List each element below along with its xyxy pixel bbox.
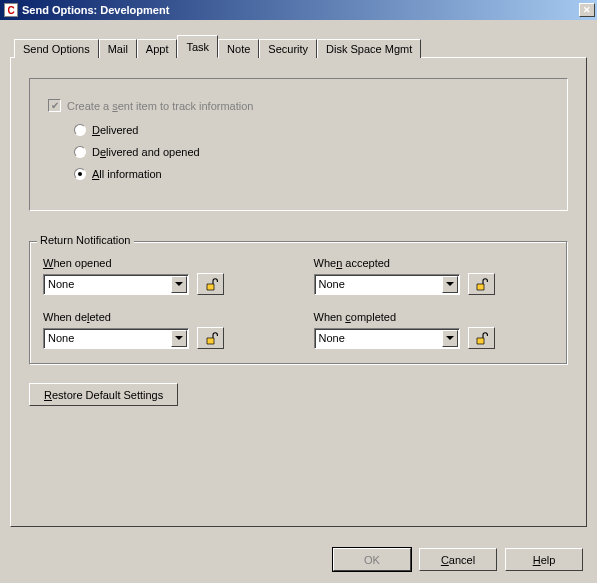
chevron-down-icon[interactable] [171, 330, 187, 347]
tab-appt[interactable]: Appt [137, 39, 178, 58]
cancel-button[interactable]: Cancel [419, 548, 497, 571]
when-accepted-label: When accepted [314, 257, 555, 269]
when-opened-label: When opened [43, 257, 284, 269]
create-sent-item-checkbox: ✔ [48, 99, 61, 112]
dialog-footer: OK Cancel Help [333, 548, 583, 571]
when-completed-lock-button[interactable] [468, 327, 495, 349]
return-notification-group: Return Notification When opened None [29, 235, 568, 365]
app-icon: C [4, 3, 18, 17]
chevron-down-icon[interactable] [442, 330, 458, 347]
tab-task[interactable]: Task [177, 35, 218, 58]
tabbar: Send Options Mail Appt Task Note Securit… [14, 34, 587, 57]
radio-delivered-opened-row[interactable]: Delivered and opened [74, 146, 549, 158]
when-opened-lock-button[interactable] [197, 273, 224, 295]
field-when-completed: When completed None [314, 311, 555, 349]
create-sent-item-checkbox-row: ✔ Create a sent item to track informatio… [48, 99, 549, 112]
radio-delivered-row[interactable]: Delivered [74, 124, 549, 136]
tab-panel: ✔ Create a sent item to track informatio… [10, 57, 587, 527]
radio-delivered-opened[interactable] [74, 146, 86, 158]
when-deleted-label: When deleted [43, 311, 284, 323]
restore-defaults-button[interactable]: Restore Default Settings [29, 383, 178, 406]
when-completed-dropdown[interactable]: None [314, 328, 460, 349]
close-button[interactable]: ✕ [579, 3, 595, 17]
radio-all-info-label: All information [92, 168, 162, 180]
chevron-down-icon[interactable] [442, 276, 458, 293]
when-completed-label: When completed [314, 311, 555, 323]
tab-disk-space[interactable]: Disk Space Mgmt [317, 39, 421, 58]
radio-delivered-label: Delivered [92, 124, 138, 136]
unlock-icon [474, 331, 488, 345]
tab-note[interactable]: Note [218, 39, 259, 58]
radio-delivered-opened-label: Delivered and opened [92, 146, 200, 158]
tab-send-options[interactable]: Send Options [14, 39, 99, 58]
tab-security[interactable]: Security [259, 39, 317, 58]
help-button[interactable]: Help [505, 548, 583, 571]
unlock-icon [204, 277, 218, 291]
unlock-icon [474, 277, 488, 291]
field-when-accepted: When accepted None [314, 257, 555, 295]
when-deleted-lock-button[interactable] [197, 327, 224, 349]
ok-button[interactable]: OK [333, 548, 411, 571]
chevron-down-icon[interactable] [171, 276, 187, 293]
when-accepted-dropdown[interactable]: None [314, 274, 460, 295]
radio-all-info-row[interactable]: All information [74, 168, 549, 180]
titlebar: C Send Options: Development ✕ [0, 0, 597, 20]
when-accepted-lock-button[interactable] [468, 273, 495, 295]
tracking-group: ✔ Create a sent item to track informatio… [29, 78, 568, 211]
when-deleted-dropdown[interactable]: None [43, 328, 189, 349]
field-when-opened: When opened None [43, 257, 284, 295]
create-sent-item-label: Create a sent item to track information [67, 100, 253, 112]
when-opened-dropdown[interactable]: None [43, 274, 189, 295]
radio-delivered[interactable] [74, 124, 86, 136]
window-title: Send Options: Development [22, 4, 169, 16]
unlock-icon [204, 331, 218, 345]
field-when-deleted: When deleted None [43, 311, 284, 349]
tab-mail[interactable]: Mail [99, 39, 137, 58]
radio-all-info[interactable] [74, 168, 86, 180]
return-notification-legend: Return Notification [37, 234, 134, 246]
